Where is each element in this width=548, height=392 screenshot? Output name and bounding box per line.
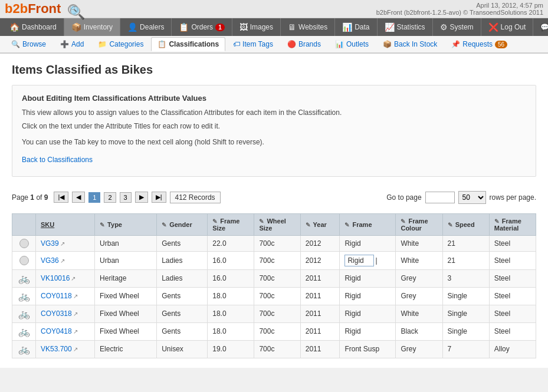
- row-wheel-size[interactable]: 700c: [254, 235, 300, 251]
- row-type[interactable]: Fixed Wheel: [95, 305, 157, 322]
- editable-frame-cell[interactable]: Rigid: [344, 255, 374, 266]
- row-gender[interactable]: Ladies: [157, 269, 208, 287]
- row-frame[interactable]: Rigid|: [340, 251, 396, 269]
- row-type[interactable]: Fixed Wheel: [95, 322, 157, 340]
- nav-logout[interactable]: ❌ Log Out: [481, 18, 534, 36]
- row-frame-size[interactable]: 19.0: [208, 340, 254, 358]
- next-page-button[interactable]: ▶: [135, 192, 148, 203]
- row-year[interactable]: 2011: [300, 305, 340, 322]
- row-frame[interactable]: Rigid: [340, 235, 396, 251]
- row-gender[interactable]: Gents: [157, 322, 208, 340]
- row-frame-size[interactable]: 18.0: [208, 322, 254, 340]
- col-frame[interactable]: ✎ Frame: [340, 213, 396, 235]
- row-wheel-size[interactable]: 700c: [254, 269, 300, 287]
- row-frame-colour[interactable]: White: [396, 305, 442, 322]
- nav-extra[interactable]: 💬: [533, 18, 548, 36]
- subnav-brands[interactable]: 🔴 Brands: [281, 37, 327, 51]
- goto-page-input[interactable]: [425, 192, 455, 203]
- row-gender[interactable]: Gents: [157, 287, 208, 305]
- row-year[interactable]: 2012: [300, 235, 340, 251]
- col-type[interactable]: ✎ Type: [95, 213, 157, 235]
- col-sku[interactable]: SKU: [36, 213, 95, 235]
- row-frame-colour[interactable]: White: [396, 235, 442, 251]
- back-to-classifications-link[interactable]: Back to Classifications: [22, 156, 93, 164]
- row-type[interactable]: Urban: [95, 235, 157, 251]
- row-frame-material[interactable]: Steel: [489, 287, 536, 305]
- row-frame-size[interactable]: 18.0: [208, 305, 254, 322]
- row-frame-colour[interactable]: Grey: [396, 269, 442, 287]
- nav-statistics[interactable]: 📈 Statistics: [378, 18, 433, 36]
- col-frame-material[interactable]: ✎ FrameMaterial: [489, 213, 536, 235]
- col-frame-colour[interactable]: ✎ FrameColour: [396, 213, 442, 235]
- row-speed[interactable]: Single: [442, 287, 489, 305]
- sku-link[interactable]: VK53.700: [41, 345, 72, 353]
- col-speed[interactable]: ✎ Speed: [442, 213, 489, 235]
- sku-link[interactable]: COY0418: [41, 327, 72, 335]
- row-speed[interactable]: Single: [442, 305, 489, 322]
- row-gender[interactable]: Gents: [157, 235, 208, 251]
- nav-images[interactable]: 🖼 Images: [232, 18, 281, 36]
- col-year[interactable]: ✎ Year: [300, 213, 340, 235]
- rows-per-page-select[interactable]: 50 25 100: [458, 191, 486, 204]
- row-wheel-size[interactable]: 700c: [254, 287, 300, 305]
- col-gender[interactable]: ✎ Gender: [157, 213, 208, 235]
- nav-system[interactable]: ⚙ System: [433, 18, 481, 36]
- row-frame-size[interactable]: 16.0: [208, 269, 254, 287]
- page-2-button[interactable]: 2: [104, 192, 116, 203]
- row-speed[interactable]: 3: [442, 269, 489, 287]
- col-frame-size[interactable]: ✎ FrameSize: [208, 213, 254, 235]
- row-wheel-size[interactable]: 700c: [254, 340, 300, 358]
- row-frame-colour[interactable]: Black: [396, 322, 442, 340]
- row-wheel-size[interactable]: 700c: [254, 251, 300, 269]
- row-type[interactable]: Heritage: [95, 269, 157, 287]
- page-1-button[interactable]: 1: [88, 192, 100, 203]
- row-type[interactable]: Fixed Wheel: [95, 287, 157, 305]
- row-frame-colour[interactable]: White: [396, 251, 442, 269]
- nav-websites[interactable]: 🖥 Websites: [281, 18, 335, 36]
- row-speed[interactable]: 7: [442, 340, 489, 358]
- prev-page-button[interactable]: ◀: [72, 192, 85, 203]
- row-frame[interactable]: Rigid: [340, 322, 396, 340]
- sku-link[interactable]: COY0118: [41, 292, 72, 300]
- subnav-classifications[interactable]: 📋 Classifications: [151, 37, 225, 51]
- col-wheel-size[interactable]: ✎ WheelSize: [254, 213, 300, 235]
- subnav-browse[interactable]: 🔍 Browse: [5, 37, 52, 51]
- nav-orders[interactable]: 📋 Orders 1: [172, 18, 232, 36]
- subnav-outlets[interactable]: 📊 Outlets: [329, 37, 375, 51]
- subnav-categories[interactable]: 📁 Categories: [91, 37, 150, 51]
- row-frame-colour[interactable]: Grey: [396, 340, 442, 358]
- nav-dealers[interactable]: 👤 Dealers: [120, 18, 172, 36]
- row-type[interactable]: Electric: [95, 340, 157, 358]
- row-type[interactable]: Urban: [95, 251, 157, 269]
- row-year[interactable]: 2011: [300, 322, 340, 340]
- row-year[interactable]: 2012: [300, 251, 340, 269]
- row-frame-size[interactable]: 18.0: [208, 287, 254, 305]
- row-speed[interactable]: 21: [442, 235, 489, 251]
- row-frame-material[interactable]: Steel: [489, 251, 536, 269]
- search-icon[interactable]: 🔍: [68, 4, 78, 15]
- row-frame[interactable]: Rigid: [340, 269, 396, 287]
- sku-link[interactable]: COY0318: [41, 309, 72, 318]
- nav-data[interactable]: 📊 Data: [335, 18, 377, 36]
- subnav-back-in-stock[interactable]: 📦 Back In Stock: [376, 37, 444, 51]
- nav-inventory[interactable]: 📦 Inventory: [64, 18, 120, 36]
- row-year[interactable]: 2011: [300, 269, 340, 287]
- sku-link[interactable]: VG36: [41, 256, 59, 265]
- row-frame-colour[interactable]: Grey: [396, 287, 442, 305]
- row-frame-material[interactable]: Alloy: [489, 340, 536, 358]
- row-wheel-size[interactable]: 700c: [254, 322, 300, 340]
- row-frame-material[interactable]: Steel: [489, 305, 536, 322]
- subnav-add[interactable]: ➕ Add: [54, 37, 90, 51]
- row-gender[interactable]: Unisex: [157, 340, 208, 358]
- row-speed[interactable]: 21: [442, 251, 489, 269]
- nav-dashboard[interactable]: 🏠 Dashboard: [2, 18, 64, 36]
- row-gender[interactable]: Ladies: [157, 251, 208, 269]
- sku-link[interactable]: VG39: [41, 239, 59, 248]
- row-frame-material[interactable]: Steel: [489, 269, 536, 287]
- sku-link[interactable]: VK10016: [41, 274, 70, 282]
- row-frame-size[interactable]: 22.0: [208, 235, 254, 251]
- row-year[interactable]: 2011: [300, 287, 340, 305]
- row-frame-material[interactable]: Steel: [489, 322, 536, 340]
- page-3-button[interactable]: 3: [120, 192, 132, 203]
- row-year[interactable]: 2011: [300, 340, 340, 358]
